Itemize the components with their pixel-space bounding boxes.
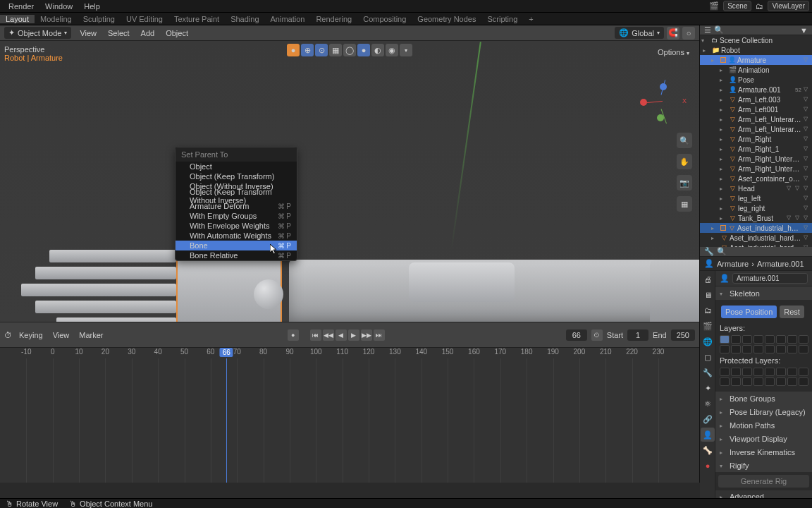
navigation-gizmo[interactable]: X: [640, 83, 682, 126]
shading-dropdown[interactable]: ▾: [400, 44, 412, 56]
jump-to-start-button[interactable]: ⏮: [310, 329, 321, 341]
properties-search-input[interactable]: 🔍: [717, 247, 808, 256]
outliner-row-11[interactable]: ▸▽Arm_Right_Unterarm▽: [700, 154, 812, 164]
outliner-row-3[interactable]: ▸👤Pose: [700, 75, 812, 85]
play-reverse-button[interactable]: ◀: [336, 329, 347, 341]
zoom-tool-icon[interactable]: 🔍: [677, 133, 692, 148]
timeline-track-area[interactable]: [0, 358, 699, 483]
start-frame-input[interactable]: 1: [627, 329, 648, 341]
timeline-editor-icon[interactable]: ⏱: [4, 331, 12, 339]
outliner-row-12[interactable]: ▸▽Arm_Right_Unterarm_2▽: [700, 164, 812, 174]
tab-scripting[interactable]: Scripting: [481, 15, 523, 23]
parent-option-6[interactable]: With Envelope Weights⌘ P: [176, 221, 297, 231]
gizmo-x-axis[interactable]: [640, 99, 647, 106]
panel-header-4[interactable]: ▸Inverse Kinematics: [715, 446, 812, 459]
parent-option-7[interactable]: With Automatic Weights⌘ P: [176, 231, 297, 241]
menu-add[interactable]: Add: [138, 29, 158, 37]
outliner-row-8[interactable]: ▸▽Arm_Left_Unterarm_2.001▽: [700, 124, 812, 134]
physics-properties-tab[interactable]: ⚛: [701, 397, 715, 411]
menu-window[interactable]: Window: [39, 2, 78, 11]
outliner-row-5[interactable]: ▸▽Arm_Left.003▽: [700, 95, 812, 104]
outliner-row-4[interactable]: ▸👤Armature.00152▽: [700, 85, 812, 95]
panel-header-1[interactable]: ▸Pose Library (Legacy): [715, 406, 812, 418]
panel-header-2[interactable]: ▸Motion Paths: [715, 419, 812, 432]
outliner-filter-input[interactable]: 🔍: [711, 25, 800, 35]
menu-select[interactable]: Select: [105, 29, 133, 37]
snap-toggle[interactable]: 🧲: [667, 27, 679, 40]
tab-shading[interactable]: Shading: [225, 15, 264, 23]
rigify-panel-header[interactable]: ▾Rigify: [715, 459, 812, 472]
outliner-row-2[interactable]: ▸🎬Animation: [700, 65, 812, 75]
outliner-row-15[interactable]: ▸▽leg_left▽: [700, 193, 812, 203]
material-properties-tab[interactable]: ●: [701, 459, 715, 473]
object-properties-tab[interactable]: ▢: [701, 350, 715, 364]
keying-menu[interactable]: Keying: [16, 331, 46, 339]
menu-object[interactable]: Object: [163, 29, 191, 37]
breadcrumb-data[interactable]: Armature.001: [757, 260, 804, 268]
orientation-selector[interactable]: 🌐Global▾: [615, 27, 664, 39]
outliner-row-13[interactable]: ▸▽Aset_container_other_S_ud▽: [700, 174, 812, 183]
world-properties-tab[interactable]: 🌐: [701, 334, 715, 349]
scene-collection-row[interactable]: ▾🗀Scene Collection: [700, 35, 812, 45]
armature-data-name-input[interactable]: Armature.001: [732, 273, 808, 284]
jump-prev-keyframe-button[interactable]: ◀◀: [323, 329, 334, 341]
outliner[interactable]: ▾🗀Scene Collection ▸📁Robot▸👤Armature▽▸🎬A…: [700, 35, 812, 247]
tab-uv-editing[interactable]: UV Editing: [121, 15, 168, 23]
outliner-row-7[interactable]: ▸▽Arm_Left_Unterarm.001▽: [700, 114, 812, 124]
material-shading[interactable]: ◐: [371, 44, 384, 56]
menu-view[interactable]: View: [77, 29, 99, 37]
wireframe-shading[interactable]: ◯: [343, 44, 356, 56]
outliner-row-14[interactable]: ▸▽Head▽▽▽: [700, 183, 812, 193]
gizmo-z-axis[interactable]: [660, 83, 667, 90]
output-properties-tab[interactable]: 🖥: [701, 288, 715, 302]
perspective-toggle-icon[interactable]: ▦: [677, 196, 692, 212]
properties-editor-icon[interactable]: 🔧: [704, 247, 714, 256]
tab-rendering[interactable]: Rendering: [310, 15, 357, 23]
panel-header-3[interactable]: ▸Viewport Display: [715, 433, 812, 445]
tab-sculpting[interactable]: Sculpting: [78, 15, 121, 23]
tab-add-workspace[interactable]: +: [523, 15, 539, 23]
end-frame-input[interactable]: 250: [671, 329, 695, 341]
current-frame-input[interactable]: 66: [566, 329, 587, 341]
data-properties-tab[interactable]: 👤: [701, 428, 715, 442]
parent-option-1[interactable]: Object (Keep Transform): [176, 171, 297, 181]
options-dropdown[interactable]: Options ▾: [653, 47, 694, 58]
parent-option-0[interactable]: Object: [176, 162, 297, 171]
selectability-toggle[interactable]: ●: [287, 44, 300, 56]
parent-option-4[interactable]: Armature Deform⌘ P: [176, 201, 297, 211]
playhead[interactable]: 66: [220, 348, 233, 357]
pan-tool-icon[interactable]: ✋: [677, 154, 692, 169]
scene-name-input[interactable]: Scene: [723, 1, 751, 11]
marker-menu[interactable]: Marker: [76, 331, 106, 339]
outliner-row-1[interactable]: ▸👤Armature▽: [700, 55, 812, 65]
outliner-row-18[interactable]: ▸▽Aset_industrial_hardware_M_v▽: [700, 223, 812, 233]
tab-layout[interactable]: Layout: [0, 15, 35, 23]
use-preview-range-toggle[interactable]: ⏲: [591, 329, 603, 341]
render-properties-tab[interactable]: 🖨: [701, 272, 715, 286]
rendered-shading[interactable]: ◉: [386, 44, 398, 56]
pose-position-button[interactable]: Pose Position: [721, 306, 777, 318]
menu-help[interactable]: Help: [78, 2, 106, 11]
parent-option-3[interactable]: Object (Keep Transform Without Inverse): [176, 191, 297, 201]
protected-layers-grid[interactable]: [720, 368, 808, 386]
camera-view-icon[interactable]: 📷: [677, 175, 692, 190]
constraint-properties-tab[interactable]: 🔗: [701, 412, 715, 426]
xray-toggle[interactable]: ▦: [329, 44, 342, 56]
play-button[interactable]: ▶: [348, 329, 359, 341]
show-gizmo-toggle[interactable]: ⊕: [301, 44, 314, 56]
tab-modeling[interactable]: Modeling: [35, 15, 78, 23]
outliner-row-9[interactable]: ▸▽Arm_Right▽: [700, 134, 812, 144]
bone-properties-tab[interactable]: 🦴: [701, 443, 715, 457]
generate-rig-button[interactable]: Generate Rig: [718, 475, 809, 488]
timeline-ruler[interactable]: -100102030405060708090100110120130140150…: [0, 347, 699, 358]
proportional-toggle[interactable]: ○: [682, 27, 695, 40]
outliner-row-16[interactable]: ▸▽leg_right▽: [700, 203, 812, 213]
auto-keying-toggle[interactable]: ●: [288, 329, 299, 341]
skeleton-panel-header[interactable]: ▾Skeleton: [715, 287, 812, 300]
modifier-properties-tab[interactable]: 🔧: [701, 365, 715, 380]
outliner-row-19[interactable]: ▸▽Aset_industrial_hardware_M_v▽: [700, 233, 812, 243]
viewlayer-name-input[interactable]: ViewLayer: [768, 1, 809, 11]
viewlayer-properties-tab[interactable]: 🗂: [701, 303, 715, 318]
outliner-editor-icon[interactable]: ☰: [704, 25, 711, 35]
tab-geometry-nodes[interactable]: Geometry Nodes: [412, 15, 481, 23]
